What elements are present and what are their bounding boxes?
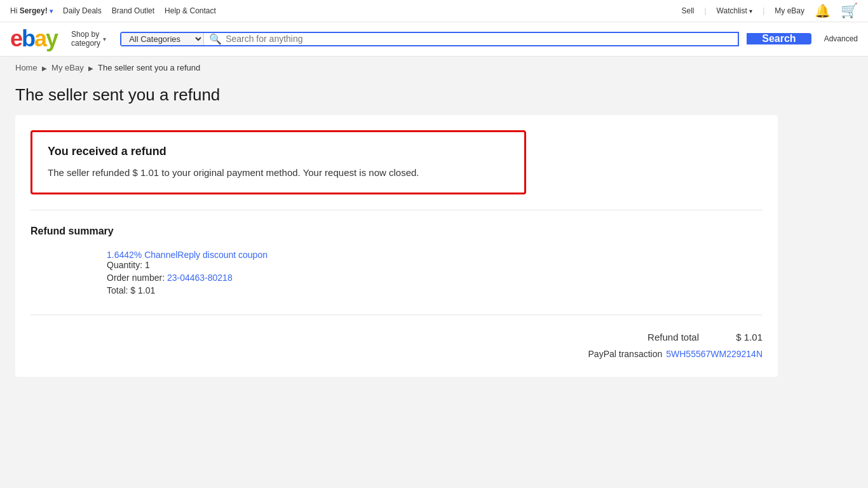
page-title: The seller sent you a refund xyxy=(15,85,853,105)
refund-summary-heading: Refund summary xyxy=(31,226,763,237)
breadcrumb-current: The seller sent you a refund xyxy=(98,63,200,72)
logo-y: y xyxy=(46,25,57,51)
order-number-row: Order number: 23-04463-80218 xyxy=(107,273,763,283)
brand-outlet-link[interactable]: Brand Outlet xyxy=(112,6,154,15)
refund-item-block: 1.6442% ChannelReply discount coupon Qua… xyxy=(31,250,763,295)
site-header: ebay Shop by category ▾ All Categories 🔍… xyxy=(0,22,868,57)
watchlist-link[interactable]: Watchlist ▾ xyxy=(717,6,753,15)
refund-notice: You received a refund The seller refunde… xyxy=(31,130,526,195)
paypal-row: PayPal transaction 5WH55567WM229214N xyxy=(31,346,763,362)
refund-notice-title: You received a refund xyxy=(48,145,509,158)
logo-b: b xyxy=(22,25,34,51)
nav-divider: | xyxy=(704,6,706,15)
cart-icon[interactable]: 🛒 xyxy=(841,3,858,19)
search-category-select[interactable]: All Categories xyxy=(121,33,204,45)
top-nav-left: Hi Sergey! ▾ Daily Deals Brand Outlet He… xyxy=(10,6,216,15)
shop-by-category-button[interactable]: Shop by category ▾ xyxy=(67,27,110,51)
breadcrumb-home[interactable]: Home xyxy=(15,63,37,72)
refund-total-row: Refund total $ 1.01 xyxy=(31,328,763,346)
search-button[interactable]: Search xyxy=(747,33,811,44)
totals-section: Refund total $ 1.01 PayPal transaction 5… xyxy=(31,315,763,362)
search-icon: 🔍 xyxy=(209,33,222,45)
watchlist-arrow: ▾ xyxy=(749,8,752,15)
section-divider xyxy=(31,210,763,210)
breadcrumb-my-ebay[interactable]: My eBay xyxy=(51,63,84,72)
order-number-link[interactable]: 23-04463-80218 xyxy=(167,273,233,283)
breadcrumb: Home ▶ My eBay ▶ The seller sent you a r… xyxy=(0,57,868,79)
refund-total-label: Refund total xyxy=(31,332,699,342)
shop-by-category-arrow-icon: ▾ xyxy=(103,36,106,43)
breadcrumb-arrow-2: ▶ xyxy=(88,65,95,72)
paypal-label: PayPal transaction xyxy=(588,349,663,359)
user-dropdown-arrow[interactable]: ▾ xyxy=(50,8,53,15)
logo-text: ebay xyxy=(10,27,57,50)
content-card: You received a refund The seller refunde… xyxy=(15,115,778,377)
logo-e: e xyxy=(10,25,22,51)
main-content: The seller sent you a refund You receive… xyxy=(0,79,868,460)
notification-bell-icon[interactable]: 🔔 xyxy=(815,3,831,18)
nav-divider2: | xyxy=(763,6,764,15)
search-input[interactable] xyxy=(226,34,733,44)
search-input-wrapper: 🔍 xyxy=(204,33,738,45)
top-nav-right: Sell | Watchlist ▾ | My eBay 🔔 🛒 xyxy=(681,3,858,19)
ebay-logo[interactable]: ebay xyxy=(10,27,57,50)
greeting: Hi Sergey! ▾ xyxy=(10,6,53,15)
sell-link[interactable]: Sell xyxy=(681,6,694,15)
refund-notice-text: The seller refunded $ 1.01 to your origi… xyxy=(48,166,509,180)
search-bar: All Categories 🔍 xyxy=(120,32,739,46)
item-total-row: Total: $ 1.01 xyxy=(107,285,763,295)
quantity-row: Quantity: 1 xyxy=(107,260,763,270)
shop-by-category-label: Shop by category xyxy=(71,30,100,48)
order-number-label: Order number: xyxy=(107,273,167,283)
paypal-transaction-link[interactable]: 5WH55567WM229214N xyxy=(666,349,763,359)
refund-item-link-row: 1.6442% ChannelReply discount coupon xyxy=(107,250,763,260)
username-link[interactable]: Sergey! xyxy=(20,6,48,15)
my-ebay-link[interactable]: My eBay xyxy=(775,6,804,15)
refund-total-value: $ 1.01 xyxy=(699,332,763,342)
help-contact-link[interactable]: Help & Contact xyxy=(165,6,216,15)
item-link[interactable]: 1.6442% ChannelReply discount coupon xyxy=(107,250,268,260)
advanced-search-link[interactable]: Advanced xyxy=(824,34,858,43)
breadcrumb-arrow-1: ▶ xyxy=(42,65,49,72)
daily-deals-link[interactable]: Daily Deals xyxy=(63,6,102,15)
top-navigation: Hi Sergey! ▾ Daily Deals Brand Outlet He… xyxy=(0,0,868,22)
logo-a: a xyxy=(34,25,46,51)
